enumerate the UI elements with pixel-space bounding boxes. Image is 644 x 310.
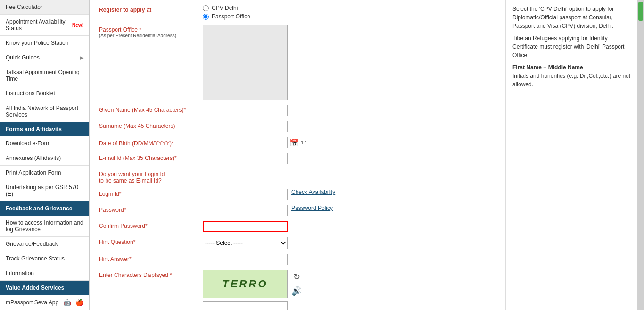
sidebar-item-tatkaal[interactable]: Tatkaal Appointment Opening Time <box>0 65 89 86</box>
section-value-added: Value Added Services <box>0 281 89 295</box>
confirm-password-label: Confirm Password* <box>99 221 203 229</box>
info-panel: Select the 'CPV Delhi' option to apply f… <box>505 0 637 310</box>
sidebar-item-print-application[interactable]: Print Application Form <box>0 166 89 180</box>
captcha-actions: ↻ 🔊 <box>291 272 302 296</box>
new-badge: New! <box>72 23 83 28</box>
radio-passport-label[interactable]: Passport Office <box>203 13 250 20</box>
page-wrapper: Fee Calculator Appointment Availability … <box>0 0 644 310</box>
password-policy-link[interactable]: Password Policy <box>291 205 333 211</box>
hint-answer-input[interactable] <box>203 254 288 265</box>
sidebar-item-police-station[interactable]: Know your Police Station <box>0 36 89 50</box>
email-row: E-mail Id (Max 35 Characters)* <box>99 153 496 164</box>
hint-answer-row: Hint Answer* <box>99 254 496 265</box>
radio-cpv-input[interactable] <box>203 5 209 11</box>
sidebar-item-mpassport[interactable]: mPassport Seva App 🤖 🍎 <box>0 295 89 310</box>
main-content: Fee Calculator Appointment Availability … <box>0 0 644 310</box>
hint-question-row: Hint Question* ----- Select ----- <box>99 237 496 249</box>
section-forms-affidavits: Forms and Affidavits <box>0 122 89 136</box>
sidebar-item-information[interactable]: Information <box>0 266 89 281</box>
login-id-row: Login Id* Check Availability <box>99 189 496 200</box>
sidebar-item-grievance-feedback[interactable]: Grievance/Feedback <box>0 237 89 251</box>
captcha-refresh-button[interactable]: ↻ <box>291 272 302 282</box>
given-name-input[interactable] <box>203 105 288 116</box>
captcha-audio-button[interactable]: 🔊 <box>291 286 302 296</box>
hint-answer-label: Hint Answer* <box>99 254 203 262</box>
dob-input[interactable] <box>203 137 288 148</box>
sidebar-item-instructions[interactable]: Instructions Booklet <box>0 86 89 101</box>
sidebar-item-how-to-access[interactable]: How to access Information and log Grieva… <box>0 216 89 237</box>
sidebar-item-fee-calculator[interactable]: Fee Calculator <box>0 0 89 15</box>
given-name-row: Given Name (Max 45 Characters)* <box>99 105 496 116</box>
password-row: Password* Password Policy <box>99 205 496 216</box>
register-at-label: Register to apply at <box>99 5 203 13</box>
email-input[interactable] <box>203 153 288 164</box>
login-id-email-label: Do you want your Login Id to be same as … <box>99 169 203 184</box>
radio-cpv-label[interactable]: CPV Delhi <box>203 5 250 11</box>
sidebar-item-undertaking[interactable]: Undertaking as per GSR 570 (E) <box>0 180 89 201</box>
name-note: First Name + Middle Name Initials and ho… <box>512 63 631 89</box>
sidebar-item-track-grievance[interactable]: Track Grievance Status <box>0 251 89 266</box>
register-at-row: Register to apply at CPV Delhi Passport … <box>99 5 496 20</box>
name-note-title: First Name + Middle Name <box>512 64 583 71</box>
surname-label: Surname (Max 45 Characters) <box>99 121 203 129</box>
captcha-text: TERRO <box>223 278 268 290</box>
scrollbar[interactable] <box>637 0 644 310</box>
password-input[interactable] <box>203 205 288 216</box>
passport-office-row: Passport Office * (As per Present Reside… <box>99 25 496 100</box>
form-area: Register to apply at CPV Delhi Passport … <box>90 0 505 310</box>
passport-office-box <box>203 25 288 100</box>
given-name-label: Given Name (Max 45 Characters)* <box>99 105 203 113</box>
passport-office-label: Passport Office * (As per Present Reside… <box>99 25 203 38</box>
cpv-note: Select the 'CPV Delhi' option to apply f… <box>512 5 631 30</box>
email-label: E-mail Id (Max 35 Characters)* <box>99 153 203 161</box>
tibetan-note: Tibetan Refugees applying for Identity C… <box>512 34 631 59</box>
dob-row: Date of Birth (DD/MM/YYYY)* 📅 17 <box>99 137 496 148</box>
captcha-row: Enter Characters Displayed * TERRO ↻ 🔊 <box>99 270 496 310</box>
sidebar-item-annexures[interactable]: Annexures (Affidavits) <box>0 151 89 166</box>
login-id-input[interactable] <box>203 189 288 200</box>
password-label: Password* <box>99 205 203 213</box>
dob-label: Date of Birth (DD/MM/YYYY)* <box>99 138 203 147</box>
login-id-email-row: Do you want your Login Id to be same as … <box>99 169 496 184</box>
chevron-right-icon: ▶ <box>80 55 83 61</box>
calendar-date-hint: 17 <box>301 140 306 145</box>
captcha-area: TERRO ↻ 🔊 <box>203 270 302 310</box>
hint-question-label: Hint Question* <box>99 237 203 245</box>
surname-row: Surname (Max 45 Characters) <box>99 121 496 132</box>
captcha-image: TERRO <box>203 270 288 298</box>
captcha-input[interactable] <box>203 301 288 310</box>
radio-passport-input[interactable] <box>203 14 209 20</box>
android-icon: 🤖 <box>63 299 71 306</box>
name-note-text: Initials and honorifics (e.g. Dr.,Col.,e… <box>512 73 630 88</box>
sidebar-item-download-eform[interactable]: Download e-Form <box>0 136 89 151</box>
register-at-radio-group: CPV Delhi Passport Office <box>203 5 250 20</box>
sidebar-item-all-india-network[interactable]: All India Network of Passport Services <box>0 101 89 122</box>
scrollbar-thumb[interactable] <box>638 2 643 21</box>
confirm-password-input[interactable] <box>203 221 288 232</box>
sidebar-item-quick-guides[interactable]: Quick Guides ▶ <box>0 50 89 65</box>
captcha-label: Enter Characters Displayed * <box>99 270 203 278</box>
calendar-icon[interactable]: 📅 <box>289 138 299 147</box>
sidebar: Fee Calculator Appointment Availability … <box>0 0 90 310</box>
login-id-label: Login Id* <box>99 189 203 197</box>
surname-input[interactable] <box>203 121 288 132</box>
hint-question-select[interactable]: ----- Select ----- <box>203 237 288 249</box>
section-feedback-grievance: Feedback and Grievance <box>0 201 89 216</box>
confirm-password-row: Confirm Password* <box>99 221 496 232</box>
check-availability-link[interactable]: Check Availability <box>291 189 335 195</box>
sidebar-item-appointment[interactable]: Appointment Availability Status New! <box>0 15 89 36</box>
apple-icon: 🍎 <box>75 299 83 306</box>
